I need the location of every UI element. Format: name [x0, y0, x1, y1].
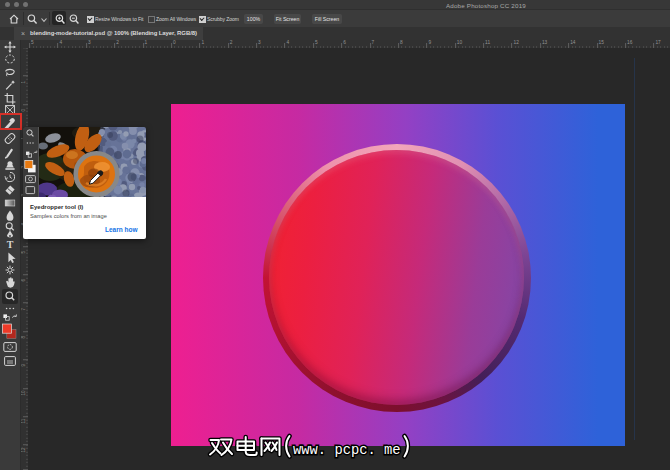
svg-text:www. pcpc. me: www. pcpc. me: [293, 443, 401, 458]
svg-text:T: T: [7, 239, 14, 250]
